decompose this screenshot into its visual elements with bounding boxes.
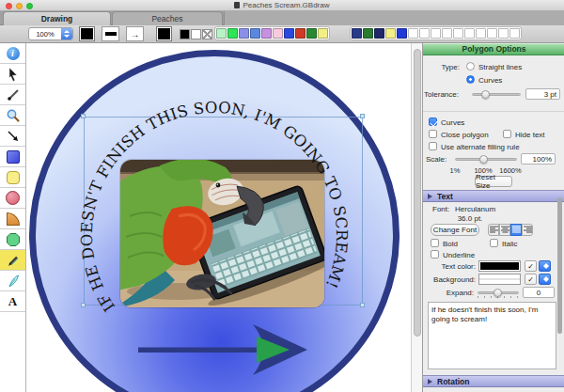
color-swatch[interactable] bbox=[374, 28, 384, 39]
zoom-level-control[interactable]: 100% bbox=[28, 27, 73, 40]
color-swatch[interactable] bbox=[419, 28, 430, 39]
color-swatch[interactable] bbox=[227, 28, 238, 39]
tool-info[interactable]: i bbox=[0, 43, 25, 64]
tool-rectangle[interactable] bbox=[0, 147, 25, 167]
check-icon: ✓ bbox=[527, 262, 534, 271]
tolerance-slider-thumb[interactable] bbox=[481, 90, 490, 99]
background-apply-button[interactable]: ✓ bbox=[525, 274, 537, 285]
align-justify-button[interactable] bbox=[510, 224, 522, 236]
color-swatch[interactable] bbox=[408, 28, 418, 39]
tool-ellipse[interactable] bbox=[0, 188, 25, 209]
stroke-color-well[interactable] bbox=[156, 26, 172, 41]
color-swatch[interactable] bbox=[385, 28, 396, 39]
align-right-button[interactable] bbox=[522, 224, 533, 236]
color-swatch[interactable] bbox=[431, 28, 441, 39]
reset-size-button[interactable]: Reset Size bbox=[475, 176, 512, 187]
checkbox-italic[interactable] bbox=[490, 239, 498, 247]
color-swatch[interactable] bbox=[487, 28, 497, 39]
color-swatch[interactable] bbox=[453, 28, 463, 39]
checkbox-alternate-filling[interactable] bbox=[429, 142, 437, 150]
tool-text[interactable]: A bbox=[0, 291, 25, 312]
checkbox-bold[interactable] bbox=[431, 239, 439, 247]
no-fill-swatch[interactable] bbox=[202, 29, 212, 39]
color-swatch[interactable] bbox=[273, 28, 283, 39]
solid-fill-swatch[interactable] bbox=[180, 29, 190, 39]
text-content: If he doesn't finish this soon, I'm goin… bbox=[431, 306, 538, 323]
pen-line-icon bbox=[6, 87, 21, 102]
color-swatch[interactable] bbox=[239, 28, 249, 39]
selection-handle-top-left[interactable] bbox=[81, 114, 86, 118]
radio-curves[interactable] bbox=[466, 75, 475, 84]
tool-polygon[interactable] bbox=[0, 229, 25, 250]
color-swatch[interactable] bbox=[318, 28, 328, 39]
background-dropdown[interactable] bbox=[539, 274, 551, 285]
color-swatch[interactable] bbox=[498, 28, 509, 39]
tool-magnify[interactable] bbox=[0, 105, 25, 126]
panel-scrollbar-thumb[interactable] bbox=[557, 197, 562, 334]
scale-value-field[interactable]: 100% bbox=[521, 153, 556, 165]
line-style-well[interactable] bbox=[102, 26, 119, 41]
color-swatch[interactable] bbox=[306, 28, 317, 39]
color-swatch[interactable] bbox=[397, 28, 407, 39]
tool-feather[interactable] bbox=[0, 271, 25, 291]
color-swatch[interactable] bbox=[261, 28, 272, 39]
checkbox-close-polygon[interactable] bbox=[429, 130, 437, 138]
tool-arc[interactable] bbox=[0, 209, 25, 229]
text-color-dropdown[interactable] bbox=[539, 260, 551, 272]
selection-handle-bottom-right[interactable] bbox=[360, 303, 365, 307]
minimize-window-button[interactable] bbox=[16, 3, 23, 9]
rotation-section-header[interactable]: Rotation bbox=[423, 375, 564, 387]
scale-slider-thumb[interactable] bbox=[479, 155, 488, 164]
selection-handle-top-right[interactable] bbox=[360, 114, 365, 118]
align-center-button[interactable] bbox=[499, 224, 510, 236]
color-swatch[interactable] bbox=[464, 28, 475, 39]
tolerance-slider[interactable] bbox=[472, 93, 521, 96]
expand-slider-thumb[interactable] bbox=[494, 289, 502, 297]
drawing-canvas[interactable]: IF HE DOESN'T FINISH THIS SOON, I'M GOIN… bbox=[26, 43, 411, 392]
tab-peaches[interactable]: Peaches bbox=[112, 11, 223, 25]
fill-color-well[interactable] bbox=[79, 26, 95, 41]
color-swatch[interactable] bbox=[476, 28, 486, 39]
color-swatch[interactable] bbox=[442, 28, 452, 39]
tool-rounded-rectangle[interactable] bbox=[0, 167, 25, 188]
info-icon: i bbox=[7, 47, 20, 60]
text-color-apply-button[interactable]: ✓ bbox=[525, 260, 537, 272]
canvas-scrollbar[interactable] bbox=[411, 43, 422, 392]
color-swatch[interactable] bbox=[352, 28, 362, 39]
white-fill-swatch[interactable] bbox=[191, 29, 201, 39]
underline-label: Underline bbox=[443, 251, 475, 259]
text-content-area[interactable]: If he doesn't finish this soon, I'm goin… bbox=[428, 302, 556, 369]
zoom-stepper-icon[interactable] bbox=[61, 28, 72, 39]
checkbox-hide-text[interactable] bbox=[503, 130, 511, 138]
color-swatch[interactable] bbox=[295, 28, 306, 39]
arrow-style-well[interactable]: → bbox=[126, 26, 144, 41]
zoom-window-button[interactable] bbox=[26, 3, 33, 9]
radio-straight-lines[interactable] bbox=[466, 62, 475, 71]
tolerance-value-field[interactable]: 3 pt bbox=[525, 88, 560, 100]
tool-line[interactable] bbox=[0, 85, 25, 105]
canvas-scrollbar-thumb[interactable] bbox=[414, 49, 421, 337]
text-color-well[interactable] bbox=[478, 260, 521, 272]
tool-pen-selected[interactable] bbox=[0, 250, 25, 271]
selection-handle-bottom-left[interactable] bbox=[81, 303, 86, 307]
expand-value-field[interactable]: 0 bbox=[523, 287, 555, 298]
parrot-photo[interactable] bbox=[120, 160, 324, 307]
text-section-header[interactable]: Text bbox=[423, 190, 564, 202]
color-swatch[interactable] bbox=[284, 28, 294, 39]
color-swatch[interactable] bbox=[363, 28, 373, 39]
panel-header-label: Polygon Options bbox=[462, 44, 526, 54]
color-swatch[interactable] bbox=[216, 28, 227, 39]
text-section-label: Text bbox=[437, 192, 453, 201]
tab-drawing[interactable]: Drawing bbox=[3, 11, 111, 25]
checkbox-underline[interactable] bbox=[431, 250, 439, 259]
color-swatch[interactable] bbox=[250, 28, 260, 39]
color-swatch[interactable] bbox=[509, 28, 520, 39]
tool-select[interactable] bbox=[0, 64, 25, 85]
background-color-well[interactable] bbox=[478, 274, 521, 285]
align-left-button[interactable] bbox=[488, 224, 499, 236]
close-window-button[interactable] bbox=[6, 3, 12, 9]
italic-label: Italic bbox=[502, 240, 517, 248]
tool-arrow[interactable] bbox=[0, 126, 25, 147]
change-font-button[interactable]: Change Font bbox=[431, 224, 479, 236]
checkbox-curves[interactable] bbox=[429, 118, 437, 126]
